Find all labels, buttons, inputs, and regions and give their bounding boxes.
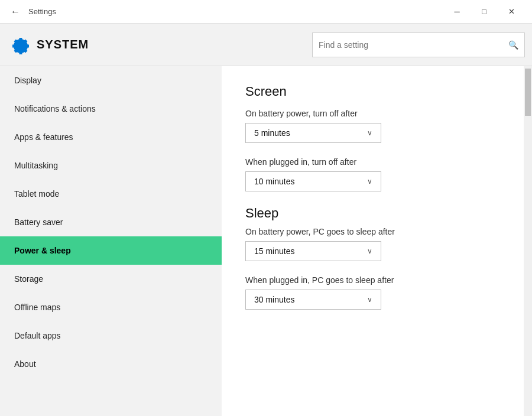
chevron-down-icon: ∨ xyxy=(367,177,372,186)
dropdown-value-plugged-sleep: 30 minutes xyxy=(254,295,294,304)
dropdown-plugged-sleep[interactable]: 30 minutes∨ xyxy=(245,290,381,310)
scrollbar-thumb[interactable] xyxy=(525,69,531,116)
dropdown-battery-sleep[interactable]: 15 minutes∨ xyxy=(245,241,381,261)
header: SYSTEM 🔍 xyxy=(0,24,532,66)
setting-label-battery-screen-off: On battery power, turn off after xyxy=(245,109,500,118)
dropdown-value-plugged-screen-off: 10 minutes xyxy=(254,177,294,186)
sidebar-item-tablet-mode[interactable]: Tablet mode xyxy=(0,180,222,208)
sidebar-item-battery-saver[interactable]: Battery saver xyxy=(0,208,222,236)
sidebar-item-default-apps[interactable]: Default apps xyxy=(0,321,222,350)
setting-label-plugged-screen-off: When plugged in, turn off after xyxy=(245,157,500,167)
scrollbar-track[interactable] xyxy=(524,66,532,416)
gear-icon xyxy=(7,33,31,57)
back-button[interactable]: ← xyxy=(7,4,24,20)
search-icon: 🔍 xyxy=(508,40,518,50)
dropdown-value-battery-sleep: 15 minutes xyxy=(254,246,294,256)
section-heading-sleep: Sleep xyxy=(245,206,500,221)
sidebar-item-multitasking[interactable]: Multitasking xyxy=(0,151,222,180)
sidebar-item-display[interactable]: Display xyxy=(0,66,222,95)
system-icon-wrap: SYSTEM xyxy=(7,33,89,57)
chevron-down-icon: ∨ xyxy=(367,129,372,137)
chevron-down-icon: ∨ xyxy=(367,247,372,255)
content-area: ScreenOn battery power, turn off after5 … xyxy=(222,66,524,416)
chevron-down-icon: ∨ xyxy=(367,295,372,304)
sidebar-item-storage[interactable]: Storage xyxy=(0,265,222,293)
dropdown-value-battery-screen-off: 5 minutes xyxy=(254,128,290,138)
sidebar-item-offline-maps[interactable]: Offline maps xyxy=(0,293,222,321)
search-box[interactable]: 🔍 xyxy=(312,32,525,57)
sidebar-item-power-sleep[interactable]: Power & sleep xyxy=(0,236,222,265)
minimize-button[interactable]: ─ xyxy=(443,0,471,24)
section-heading-screen: Screen xyxy=(245,84,500,99)
close-button[interactable]: ✕ xyxy=(498,0,525,24)
search-input[interactable] xyxy=(319,40,508,50)
sidebar-item-apps-features[interactable]: Apps & features xyxy=(0,123,222,151)
title-bar: ← Settings ─ □ ✕ xyxy=(0,0,532,24)
sidebar: DisplayNotifications & actionsApps & fea… xyxy=(0,66,222,416)
setting-label-battery-sleep: On battery power, PC goes to sleep after xyxy=(245,227,500,236)
maximize-button[interactable]: □ xyxy=(471,0,498,24)
window-title: Settings xyxy=(28,7,56,16)
setting-label-plugged-sleep: When plugged in, PC goes to sleep after xyxy=(245,275,500,285)
system-label: SYSTEM xyxy=(37,38,89,51)
dropdown-plugged-screen-off[interactable]: 10 minutes∨ xyxy=(245,171,381,191)
window-controls: ─ □ ✕ xyxy=(443,0,525,24)
sidebar-item-about[interactable]: About xyxy=(0,350,222,378)
dropdown-battery-screen-off[interactable]: 5 minutes∨ xyxy=(245,123,381,143)
sidebar-item-notifications[interactable]: Notifications & actions xyxy=(0,95,222,123)
main-layout: DisplayNotifications & actionsApps & fea… xyxy=(0,66,532,416)
